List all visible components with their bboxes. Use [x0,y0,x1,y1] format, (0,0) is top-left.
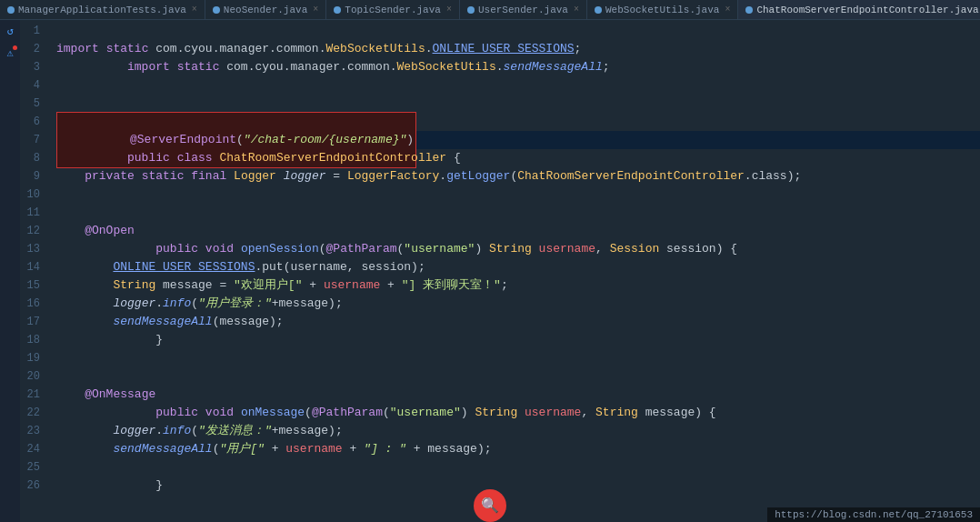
tab-neo-sender[interactable]: NeoSender.java × [205,0,326,20]
code-line-14: ONLINE_USER_SESSIONS.put(username, sessi… [56,258,980,276]
search-button[interactable]: 🔍 [474,489,506,522]
code-line-20 [56,367,980,386]
code-line-17: sendMessageAll(message); [56,313,980,331]
code-line-5 [56,95,980,113]
tab-manager-tests[interactable]: ManagerApplicationTests.java × [0,0,205,20]
code-line-7: @ServerEndpoint("/chat-room/{username}") [56,131,980,149]
bottom-bar: https://blog.csdn.net/qq_27101653 [767,507,980,522]
code-line-10 [56,186,980,204]
code-line-2: import static com.cyou.manager.common.We… [56,40,980,58]
code-line-8: ▼ public class ChatRoomServerEndpointCon… [56,149,980,167]
tab-topic-sender[interactable]: TopicSender.java × [326,0,460,20]
code-line-24: sendMessageAll("用户[" + username + "] : "… [56,440,980,458]
code-line-25 [56,458,980,477]
code-line-9: private static final Logger logger = Log… [56,167,980,186]
code-line-4 [56,76,980,95]
code-line-18: ▲ } [56,331,980,349]
code-line-23: logger.info("发送消息："+message); [56,422,980,440]
tab-user-sender[interactable]: UserSender.java × [460,0,587,20]
code-content: import static com.cyou.manager.common.We… [49,20,980,522]
code-line-15: String message = "欢迎用户[" + username + "]… [56,276,980,295]
code-line-3: ▼ import static com.cyou.manager.common.… [56,58,980,76]
code-line-26: ▲ } [56,477,980,495]
code-line-11 [56,204,980,222]
editor-container: ↺ ⚠ 1 2 3 4 5 6 7 8 9 10 11 12 13 14 15 … [0,20,980,522]
code-line-1 [56,22,980,40]
tab-websocket-utils[interactable]: WebSocketUtils.java × [587,0,738,20]
tab-chatroom-controller[interactable]: ChatRoomServerEndpointController.java × [738,0,980,20]
code-line-19 [56,349,980,367]
line-numbers: 1 2 3 4 5 6 7 8 9 10 11 12 13 14 15 16 1… [20,20,49,522]
code-line-22: ▼ public void onMessage(@PathParam("user… [56,404,980,422]
tab-bar: ManagerApplicationTests.java × NeoSender… [0,0,980,20]
code-area: 1 2 3 4 5 6 7 8 9 10 11 12 13 14 15 16 1… [20,20,980,522]
code-line-16: logger.info("用户登录："+message); [56,295,980,313]
code-line-21: @OnMessage [56,386,980,404]
warning-icon[interactable]: ⚠ [3,45,17,60]
reload-icon[interactable]: ↺ [3,24,17,38]
left-sidebar: ↺ ⚠ [0,20,20,522]
code-line-13: ▼ public void openSession(@PathParam("us… [56,240,980,258]
code-line-12: @OnOpen [56,222,980,240]
